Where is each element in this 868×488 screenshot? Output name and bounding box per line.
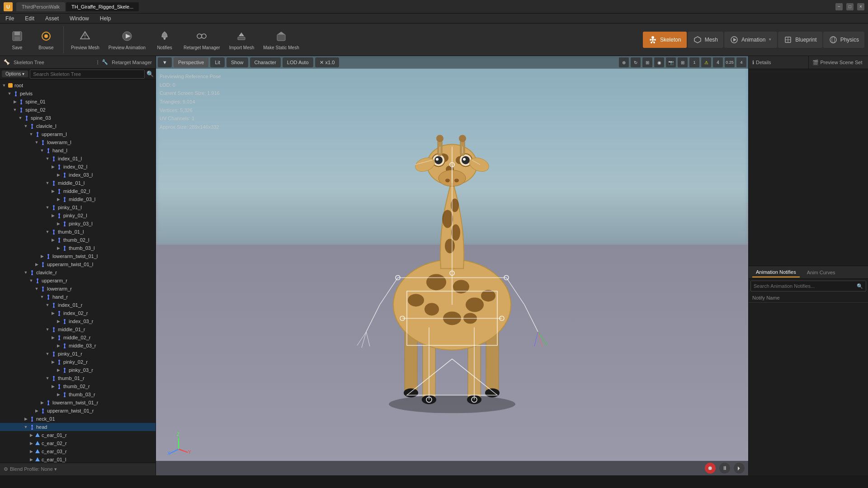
retarget-manager-button[interactable]: Retarget Manager xyxy=(180,25,224,54)
expand-icon-middle_03_r[interactable]: ▶ xyxy=(55,343,61,349)
search-icon[interactable]: 🔍 xyxy=(146,70,154,77)
expand-icon-lowerarm_l[interactable]: ▼ xyxy=(33,139,40,145)
vp-control-1[interactable]: 1 xyxy=(689,57,699,67)
vp-control-translate[interactable]: ⊕ xyxy=(619,57,629,67)
expand-icon-thumb_01_r[interactable]: ▼ xyxy=(44,375,51,381)
expand-icon-upperarm_l[interactable]: ▼ xyxy=(28,131,34,137)
menu-help[interactable]: Help xyxy=(98,14,113,23)
tree-item-upperarm_r[interactable]: ▼upperarm_r xyxy=(0,277,156,285)
expand-icon-thumb_03_r[interactable]: ▶ xyxy=(55,391,61,398)
tree-item-lowerarm_twist_01_r[interactable]: ▶lowerarm_twist_01_r xyxy=(0,399,156,407)
tree-item-pelvis[interactable]: ▼pelvis xyxy=(0,89,156,98)
expand-icon-spine_01[interactable]: ▶ xyxy=(12,99,18,105)
tree-item-index_03_r[interactable]: ▶index_03_r xyxy=(0,317,156,325)
expand-icon-pinky_02_l[interactable]: ▶ xyxy=(50,212,56,219)
tree-item-thumb_02_l[interactable]: ▶thumb_02_l xyxy=(0,236,156,244)
tree-item-root[interactable]: ▼root xyxy=(0,81,156,89)
expand-icon-neck_01[interactable]: ▶ xyxy=(23,416,29,422)
tree-item-middle_01_r[interactable]: ▼middle_01_r xyxy=(0,325,156,333)
search-skeleton-input[interactable] xyxy=(30,70,145,79)
tree-item-index_02_l[interactable]: ▶index_02_l xyxy=(0,163,156,171)
tree-item-clavicle_r[interactable]: ▼clavicle_r xyxy=(0,268,156,277)
tree-item-middle_03_l[interactable]: ▶middle_03_l xyxy=(0,195,156,203)
expand-icon-index_01_l[interactable]: ▼ xyxy=(44,155,51,162)
tree-item-middle_02_l[interactable]: ▶middle_02_l xyxy=(0,187,156,195)
physics-mode-button[interactable]: Physics xyxy=(823,32,864,48)
animation-notifies-search[interactable] xyxy=(754,283,857,289)
vp-control-speed[interactable]: 0.25 xyxy=(725,57,735,67)
tree-item-upperarm_twist_01_r[interactable]: ▶upperarm_twist_01_r xyxy=(0,407,156,415)
tree-item-c_ear_03_r[interactable]: ▶c_ear_03_r xyxy=(0,447,156,455)
vp-control-grid[interactable]: ⊞ xyxy=(678,57,688,67)
expand-icon-index_02_r[interactable]: ▶ xyxy=(50,310,56,316)
menu-edit[interactable]: Edit xyxy=(23,14,36,23)
maximize-button[interactable]: □ xyxy=(846,3,854,10)
animation-notifies-tab[interactable]: Animation Notifies xyxy=(752,267,800,277)
expand-icon-lowerarm_r[interactable]: ▼ xyxy=(33,286,40,292)
expand-icon-middle_01_l[interactable]: ▼ xyxy=(44,180,51,186)
blend-profile-label[interactable]: Blend Profile: None ▾ xyxy=(10,466,57,472)
tree-item-hand_r[interactable]: ▼hand_r xyxy=(0,293,156,301)
expand-icon-head[interactable]: ▼ xyxy=(23,424,29,430)
vp-control-rotate[interactable]: ↻ xyxy=(631,57,641,67)
play-button[interactable]: ⏵ xyxy=(734,463,745,474)
expand-icon-upperarm_twist_01_r[interactable]: ▶ xyxy=(33,408,40,414)
expand-icon-thumb_02_l[interactable]: ▶ xyxy=(50,237,56,243)
vp-control-warn[interactable]: ⚠ xyxy=(701,57,711,67)
tree-item-lowerarm_l[interactable]: ▼lowerarm_l xyxy=(0,138,156,146)
tree-item-lowerarm_r[interactable]: ▼lowerarm_r xyxy=(0,285,156,293)
tree-item-c_ear_01_r[interactable]: ▶c_ear_01_r xyxy=(0,431,156,439)
anim-notifies-button[interactable]: Notifies xyxy=(151,25,178,54)
zoom-button[interactable]: ✕ x1.0 xyxy=(315,57,340,67)
animation-mode-button[interactable]: Animation ▼ xyxy=(724,32,777,48)
details-tab[interactable]: ℹ Details xyxy=(749,56,808,69)
expand-icon-thumb_01_l[interactable]: ▼ xyxy=(44,229,51,235)
expand-icon-middle_03_l[interactable]: ▶ xyxy=(55,196,61,202)
tab-giraffe-skeleton[interactable]: TH_Giraffe_Rigged_Skele... xyxy=(66,2,139,11)
expand-icon-pinky_03_r[interactable]: ▶ xyxy=(55,367,61,373)
tree-item-c_ear_01_l[interactable]: ▶c_ear_01_l xyxy=(0,455,156,463)
expand-icon-middle_01_r[interactable]: ▼ xyxy=(44,326,51,333)
expand-icon-pinky_02_r[interactable]: ▶ xyxy=(50,359,56,365)
tree-item-head[interactable]: ▼head xyxy=(0,423,156,431)
vp-control-extra[interactable]: 4 xyxy=(736,57,746,67)
expand-icon-index_02_l[interactable]: ▶ xyxy=(50,164,56,170)
viewport[interactable]: ▼ Perspective Lit Show Character LOD Aut… xyxy=(156,56,748,475)
tree-item-index_01_r[interactable]: ▼index_01_r xyxy=(0,301,156,309)
preview-animation-button[interactable]: Preview Animation xyxy=(105,25,149,54)
skeleton-tree[interactable]: ▼root▼pelvis▶spine_01▼spine_02▼spine_03▼… xyxy=(0,80,156,463)
tree-item-middle_03_r[interactable]: ▶middle_03_r xyxy=(0,342,156,350)
menu-window[interactable]: Window xyxy=(68,14,91,23)
expand-icon-c_ear_01_l[interactable]: ▶ xyxy=(28,456,34,463)
expand-icon-hand_r[interactable]: ▼ xyxy=(39,294,45,300)
perspective-button[interactable]: Perspective xyxy=(174,57,208,67)
save-button[interactable]: Save xyxy=(4,25,31,54)
expand-icon-hand_l[interactable]: ▼ xyxy=(39,147,45,154)
mesh-mode-button[interactable]: Mesh xyxy=(688,32,723,48)
tree-item-pinky_01_r[interactable]: ▼pinky_01_r xyxy=(0,350,156,358)
tree-item-pinky_02_r[interactable]: ▶pinky_02_r xyxy=(0,358,156,366)
tree-item-middle_02_r[interactable]: ▶middle_02_r xyxy=(0,333,156,342)
expand-icon-c_ear_02_r[interactable]: ▶ xyxy=(28,440,34,446)
tree-item-index_01_l[interactable]: ▼index_01_l xyxy=(0,155,156,163)
tree-item-thumb_01_r[interactable]: ▼thumb_01_r xyxy=(0,374,156,382)
menu-asset[interactable]: Asset xyxy=(43,14,61,23)
show-button[interactable]: Show xyxy=(226,57,248,67)
character-button[interactable]: Character xyxy=(250,57,281,67)
tree-item-spine_02[interactable]: ▼spine_02 xyxy=(0,106,156,114)
expand-icon-spine_03[interactable]: ▼ xyxy=(17,115,24,121)
preview-mesh-button[interactable]: Preview Mesh xyxy=(67,25,103,54)
browse-button[interactable]: Browse xyxy=(33,25,60,54)
skeleton-mode-button[interactable]: Skeleton xyxy=(643,32,687,48)
expand-icon-thumb_02_r[interactable]: ▶ xyxy=(50,383,56,389)
vp-control-world[interactable]: ◉ xyxy=(654,57,664,67)
tree-item-lowerarm_twist_01_l[interactable]: ▶lowerarm_twist_01_l xyxy=(0,252,156,260)
tree-item-middle_01_l[interactable]: ▼middle_01_l xyxy=(0,179,156,187)
tree-item-hand_l[interactable]: ▼hand_l xyxy=(0,146,156,155)
tree-item-upperarm_l[interactable]: ▼upperarm_l xyxy=(0,130,156,138)
tree-item-pinky_02_l[interactable]: ▶pinky_02_l xyxy=(0,211,156,220)
expand-icon-middle_02_l[interactable]: ▶ xyxy=(50,188,56,194)
tree-item-clavicle_l[interactable]: ▼clavicle_l xyxy=(0,122,156,130)
blueprint-mode-button[interactable]: Blueprint xyxy=(778,32,822,48)
vp-control-camera[interactable]: 📷 xyxy=(666,57,676,67)
